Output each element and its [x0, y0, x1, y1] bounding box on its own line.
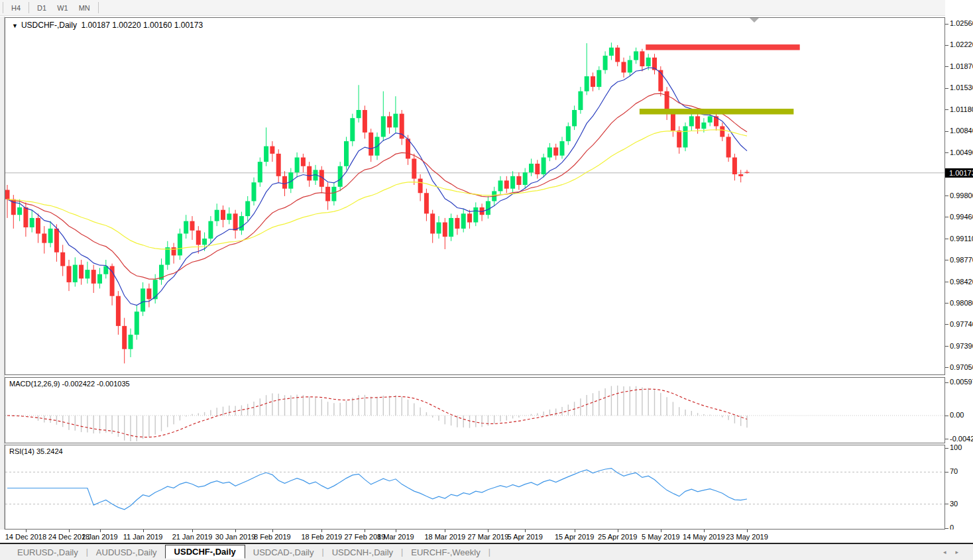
price-tick-label: 1.00840	[950, 127, 973, 135]
bear-candle	[387, 116, 392, 127]
bear-candle	[110, 266, 115, 296]
rsi-tick-label: 70	[950, 467, 958, 475]
bull-candle	[153, 280, 158, 299]
bull-candle	[97, 274, 102, 284]
timeframe-d1-button[interactable]: D1	[32, 3, 52, 13]
bear-candle	[418, 179, 423, 194]
price-tick-label: 0.98080	[950, 299, 973, 307]
bull-candle	[264, 146, 268, 162]
support-zone[interactable]	[640, 109, 794, 114]
bull-candle	[473, 207, 478, 223]
price-tick-label: 0.99460	[950, 213, 973, 221]
time-axis[interactable]: 14 Dec 201824 Dec 20182 Jan 201911 Jan 2…	[0, 530, 973, 544]
chart-tab-eurusd-daily[interactable]: EURUSD-,Daily	[9, 546, 86, 559]
macd-tick-label: 0.00597	[950, 378, 973, 386]
chart-tab-usdcnh-daily[interactable]: USDCNH-,Daily	[324, 546, 401, 559]
bull-candle	[628, 60, 632, 73]
rsi-line	[7, 469, 747, 510]
bear-candle	[455, 218, 459, 229]
main-chart-panel[interactable]: ▼USDCHF-,Daily 1.00187 1.00220 1.00160 1…	[5, 17, 945, 375]
collapse-triangle-icon[interactable]: ▼	[12, 23, 18, 29]
bull-candle	[701, 123, 706, 129]
bull-candle	[129, 335, 133, 349]
rsi-label: RSI(14) 35.2424	[9, 447, 63, 455]
price-tick-label: 1.02560	[950, 19, 973, 27]
rsi-chart[interactable]	[5, 445, 944, 529]
bull-candle	[165, 247, 170, 264]
macd-chart[interactable]	[5, 378, 944, 443]
date-tick-label: 23 May 2019	[720, 533, 773, 541]
bear-candle	[122, 326, 127, 349]
toolbar-separator	[98, 2, 99, 13]
bear-candle	[233, 213, 238, 230]
price-tick-label: 1.01180	[950, 105, 973, 113]
bear-candle	[91, 270, 96, 284]
bull-candle	[542, 158, 546, 174]
left-gutter	[0, 17, 5, 543]
bull-candle	[17, 207, 22, 215]
bear-candle	[146, 288, 151, 299]
bull-candle	[48, 229, 53, 243]
bear-candle	[325, 187, 330, 201]
bull-candle	[350, 118, 355, 141]
bull-candle	[510, 176, 515, 189]
date-tick-label: 8 Feb 2019	[246, 533, 299, 541]
bear-candle	[196, 231, 201, 245]
bear-candle	[172, 247, 176, 255]
bear-candle	[424, 193, 429, 213]
price-tick-label: 1.02220	[950, 40, 973, 48]
price-tick-label: 0.98770	[950, 256, 973, 264]
chart-tab-usdcad-daily[interactable]: USDCAD-,Daily	[245, 546, 322, 559]
bull-candle	[227, 213, 231, 219]
bull-candle	[603, 56, 608, 70]
timeframe-h4-button[interactable]: H4	[6, 3, 26, 13]
bull-candle	[184, 221, 188, 234]
bull-candle	[449, 218, 453, 237]
bear-candle	[443, 223, 447, 237]
bull-candle	[135, 311, 139, 335]
bull-candle	[585, 76, 589, 91]
tab-scroll-left-icon[interactable]: ◂	[943, 549, 956, 555]
timeframe-w1-button[interactable]: W1	[52, 3, 74, 13]
bear-candle	[190, 221, 195, 231]
resistance-zone[interactable]	[646, 44, 799, 50]
bear-candle	[516, 176, 521, 185]
bear-candle	[282, 176, 287, 189]
bear-candle	[738, 174, 743, 176]
timeframe-mn-button[interactable]: MN	[74, 3, 95, 13]
price-tick-label: 1.01870	[950, 62, 973, 70]
price-tick-label: 0.98420	[950, 278, 973, 286]
chart-tab-audusd-daily[interactable]: AUDUSD-,Daily	[88, 546, 165, 559]
bull-candle	[547, 147, 552, 157]
date-tick-label: 11 Jan 2019	[117, 533, 170, 541]
bull-candle	[202, 239, 207, 245]
bear-candle	[116, 296, 121, 326]
chart-tab-eurchf-weekly[interactable]: EURCHF-,Weekly	[403, 546, 488, 559]
bull-candle	[252, 182, 257, 201]
price-axis[interactable]: 1.025601.022201.018701.015301.011801.008…	[945, 0, 973, 543]
bull-candle	[295, 158, 300, 173]
chart-tab-bar: EURUSD-,Daily|AUDUSD-,DailyUSDCHF-,Daily…	[0, 544, 973, 560]
bull-candle	[461, 213, 466, 229]
chart-tab-usdchf-daily[interactable]: USDCHF-,Daily	[165, 545, 245, 559]
bull-candle	[331, 187, 336, 201]
bear-candle	[60, 252, 65, 266]
tab-scroll-right-icon[interactable]: ▸	[955, 549, 968, 555]
bull-candle	[523, 172, 528, 185]
bear-candle	[726, 137, 731, 157]
bull-candle	[30, 218, 34, 227]
bull-candle	[73, 265, 78, 282]
macd-panel[interactable]: MACD(12,26,9) -0.002422 -0.001035	[5, 377, 945, 443]
chart-shift-marker[interactable]	[750, 18, 759, 23]
bear-candle	[23, 207, 28, 227]
rsi-panel[interactable]: RSI(14) 35.2424	[5, 445, 945, 530]
timeframe-toolbar: H4 D1 W1 MN	[0, 0, 973, 16]
bull-candle	[178, 233, 182, 255]
bull-candle	[245, 201, 250, 216]
bull-candle	[437, 223, 441, 234]
rsi-tick-label: 100	[950, 443, 962, 451]
bear-candle	[369, 133, 373, 156]
bull-candle	[208, 221, 213, 239]
candlestick-chart[interactable]	[5, 18, 944, 374]
bear-candle	[412, 158, 416, 178]
